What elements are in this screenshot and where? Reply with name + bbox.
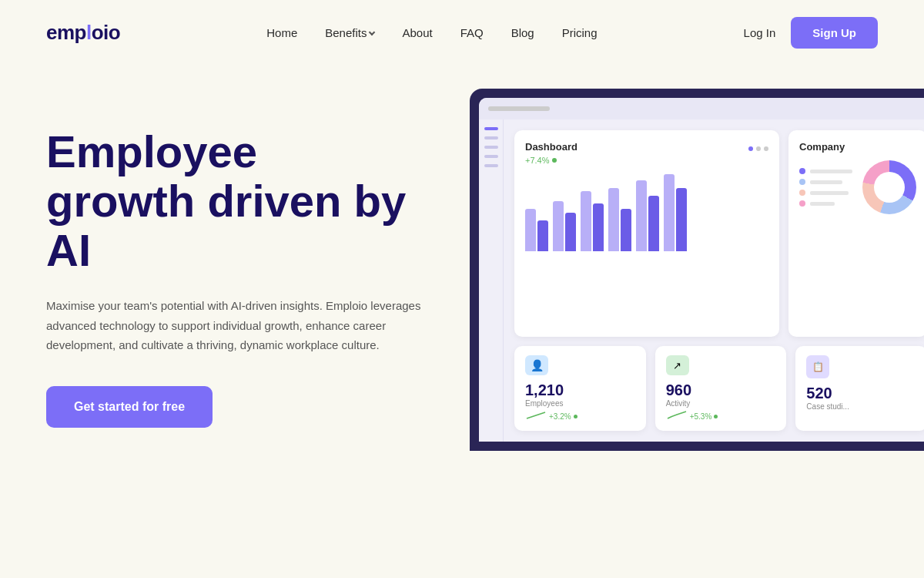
doc-icon: 📋 — [812, 361, 824, 372]
nav-blog[interactable]: Blog — [511, 26, 534, 39]
sidebar-item — [484, 155, 498, 158]
bar-light — [525, 209, 536, 251]
bar-group — [525, 209, 548, 251]
hero-text: Employee growth driven by AI Maximise yo… — [46, 104, 447, 428]
logo-text: emploio — [46, 21, 120, 44]
company-title: Company — [799, 141, 916, 153]
employees-growth: +3.2% — [525, 411, 635, 422]
chart-stat: +7.4% — [525, 156, 768, 165]
bar-light — [636, 180, 647, 251]
sidebar-item-active — [484, 127, 498, 130]
nav-actions: Log In Sign Up — [744, 17, 878, 49]
dashboard-sidebar — [479, 119, 504, 442]
bar-dark — [621, 209, 631, 251]
bar-dark — [648, 196, 659, 251]
bar-dark — [565, 213, 576, 251]
dashboard-body: Dashboard +7.4% — [479, 119, 924, 442]
cases-icon-box: 📋 — [806, 355, 829, 378]
bar-group — [664, 174, 687, 251]
legend-dot-peach — [799, 190, 805, 196]
legend-dot-blue — [799, 179, 805, 185]
bar-light — [664, 174, 675, 251]
legend-item — [799, 200, 856, 207]
legend-line — [810, 180, 842, 184]
signup-button[interactable]: Sign Up — [791, 17, 878, 49]
bar-dark — [676, 188, 687, 251]
dashboard-mockup: Dashboard +7.4% — [470, 89, 924, 451]
growth-dot — [714, 415, 718, 418]
employees-label: Employees — [525, 399, 635, 408]
hero-section: Employee growth driven by AI Maximise yo… — [0, 66, 924, 578]
dashboard-topbar — [479, 98, 924, 119]
bar-dark — [593, 203, 604, 251]
growth-dot — [574, 415, 578, 418]
dashboard-inner: Dashboard +7.4% — [479, 98, 924, 442]
sidebar-item — [484, 164, 498, 167]
nav-about[interactable]: About — [402, 26, 432, 39]
activity-growth: +5.3% — [666, 411, 776, 422]
dashboard-chart-card: Dashboard +7.4% — [514, 130, 779, 337]
cases-label: Case studi... — [806, 402, 916, 411]
nav-pricing[interactable]: Pricing — [562, 26, 598, 39]
stat-dot — [552, 158, 557, 163]
legend-line — [810, 191, 849, 195]
stat-card-cases: 📋 520 Case studi... — [795, 346, 924, 431]
bar-group — [553, 201, 576, 251]
bar-light — [581, 191, 591, 251]
nav-links: Home Benefits About FAQ Blog Pricing — [266, 26, 597, 40]
legend-line — [810, 170, 852, 173]
dot-purple — [748, 146, 753, 151]
header-dots — [748, 146, 768, 151]
login-button[interactable]: Log In — [744, 26, 776, 39]
nav-home[interactable]: Home — [266, 26, 297, 39]
stat-card-employees: 👤 1,210 Employees +3.2% — [514, 346, 646, 431]
hero-title: Employee growth driven by AI — [46, 127, 447, 274]
logo[interactable]: emploio — [46, 21, 120, 45]
cursor-icon: ↗ — [673, 360, 681, 371]
nav-faq[interactable]: FAQ — [460, 26, 484, 39]
chart-card-title: Dashboard — [525, 141, 578, 153]
activity-icon-box: ↗ — [666, 355, 689, 375]
activity-label: Activity — [666, 399, 776, 408]
bar-group — [636, 180, 659, 251]
legend-item — [799, 179, 856, 185]
bar-group — [581, 191, 604, 251]
legend-item — [799, 190, 856, 196]
company-legend — [799, 168, 856, 207]
legend-item — [799, 168, 856, 174]
bar-dark — [537, 220, 548, 251]
company-card: Company — [788, 130, 924, 337]
hero-subtitle: Maximise your team's potential with AI-d… — [46, 296, 424, 355]
legend-dot-pink — [799, 200, 805, 207]
trend-icon — [525, 411, 547, 422]
chevron-down-icon — [369, 29, 375, 35]
cta-button[interactable]: Get started for free — [46, 386, 213, 428]
sidebar-item — [484, 136, 498, 139]
dashboard-main: Dashboard +7.4% — [504, 119, 924, 442]
employees-icon-box: 👤 — [525, 355, 548, 375]
chart-card-header: Dashboard — [525, 141, 768, 156]
bar-light — [608, 188, 619, 251]
dashboard-cards-row: Dashboard +7.4% — [514, 130, 924, 337]
trend-icon — [666, 411, 688, 422]
bar-light — [553, 201, 564, 251]
stat-card-activity: ↗ 960 Activity +5.3% — [655, 346, 787, 431]
nav-benefits[interactable]: Benefits — [325, 26, 374, 39]
bar-chart — [525, 174, 768, 251]
user-icon: 👤 — [531, 359, 544, 371]
donut-chart — [862, 160, 916, 214]
navbar: emploio Home Benefits About FAQ Blog Pri… — [0, 0, 924, 66]
cases-number: 520 — [806, 385, 916, 402]
legend-line — [810, 202, 835, 206]
stats-row: 👤 1,210 Employees +3.2% — [514, 346, 924, 431]
employees-number: 1,210 — [525, 381, 635, 399]
topbar-line — [488, 106, 550, 111]
legend-dot-purple — [799, 168, 805, 174]
dot-gray — [756, 146, 761, 151]
sidebar-item — [484, 146, 498, 149]
bar-group — [608, 188, 631, 251]
activity-number: 960 — [666, 381, 776, 399]
dot-gray — [764, 146, 768, 151]
